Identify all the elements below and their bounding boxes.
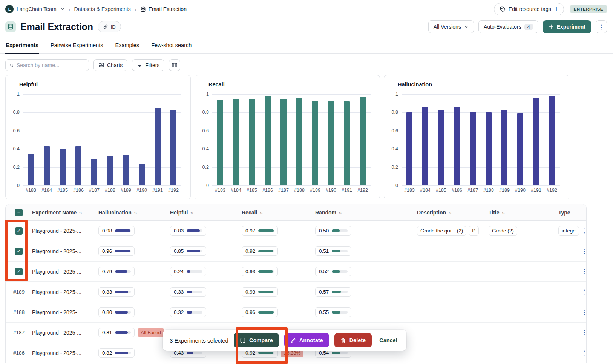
row-menu-button[interactable]: ⋮	[580, 248, 589, 255]
experiment-name[interactable]: Playground - 2025-...	[32, 269, 98, 275]
experiment-name[interactable]: Playground - 2025-...	[32, 330, 98, 336]
bar-192[interactable]	[549, 96, 555, 185]
column-header-title[interactable]: Title↑↓	[489, 210, 558, 216]
tab-pairwise-experiments[interactable]: Pairwise Experiments	[50, 38, 103, 53]
breadcrumb-section[interactable]: Datasets & Experiments	[74, 6, 131, 12]
compare-button[interactable]: Compare	[234, 333, 279, 347]
columns-button[interactable]	[169, 59, 180, 71]
y-axis-tick-label: 1	[395, 92, 398, 97]
table-row[interactable]: ✓Playground - 2025-...0.960.850.920.51⋮	[6, 241, 586, 262]
all-versions-select[interactable]: All Versions	[428, 20, 474, 33]
sort-icon[interactable]: ↑↓	[259, 210, 262, 215]
copy-id-button[interactable]: ID	[98, 21, 121, 32]
row-checkbox-checked[interactable]: ✓	[15, 268, 23, 275]
breadcrumb-team[interactable]: LangChain Team	[17, 6, 57, 12]
bar-184[interactable]	[233, 99, 239, 185]
sort-icon[interactable]: ↑↓	[190, 210, 193, 215]
sort-icon[interactable]: ↑↓	[79, 210, 82, 215]
row-menu-button[interactable]: ⋮	[580, 349, 589, 356]
column-header-experiment-name[interactable]: Experiment Name↑↓	[32, 210, 98, 216]
chevron-down-icon[interactable]	[60, 7, 65, 11]
charts-button[interactable]: Charts	[93, 59, 127, 71]
search-box[interactable]	[5, 59, 89, 71]
bar-185[interactable]	[60, 149, 66, 185]
y-axis-tick-label: 0.8	[392, 110, 398, 115]
row-checkbox-checked[interactable]: ✓	[15, 248, 23, 255]
score-pill: 0.24	[170, 267, 206, 276]
sort-icon[interactable]: ↑↓	[134, 210, 137, 215]
bar-188[interactable]	[107, 156, 113, 185]
score-value: 0.55	[319, 309, 329, 315]
experiment-name[interactable]: Playground - 2025-...	[32, 309, 98, 315]
filters-button[interactable]: Filters	[132, 59, 164, 71]
column-header-hallucination[interactable]: Hallucination↑↓	[98, 210, 170, 216]
tab-examples[interactable]: Examples	[115, 38, 139, 53]
bar-191[interactable]	[533, 98, 539, 185]
new-experiment-button[interactable]: Experiment	[543, 20, 591, 33]
experiment-name[interactable]: Playground - 2025-...	[32, 248, 98, 254]
tab-few-shot-search[interactable]: Few-shot search	[151, 38, 192, 53]
bar-184[interactable]	[44, 146, 50, 185]
y-axis-tick-label: 0.2	[13, 165, 20, 170]
row-checkbox-checked[interactable]: ✓	[15, 227, 23, 235]
sort-icon[interactable]: ↑↓	[502, 210, 505, 215]
auto-evaluators-button[interactable]: Auto-Evaluators 4	[478, 20, 538, 33]
score-bar-fill	[187, 352, 193, 354]
table-row[interactable]: ✓Playground - 2025-...0.790.240.930.52⋮	[6, 262, 586, 282]
bar-189[interactable]	[312, 101, 318, 185]
row-menu-button[interactable]: ⋮	[580, 227, 589, 234]
score-pill: 0.98	[98, 226, 135, 236]
score-bar-fill	[332, 352, 340, 354]
page-menu-button[interactable]: ⋮	[596, 20, 607, 33]
team-avatar[interactable]: L	[5, 5, 14, 13]
bar-185[interactable]	[438, 110, 444, 185]
bar-187[interactable]	[91, 159, 97, 185]
bar-190[interactable]	[517, 113, 523, 185]
cancel-button[interactable]: Cancel	[377, 337, 400, 343]
edit-resource-tags-button[interactable]: Edit resource tags 1	[494, 3, 564, 15]
hallucination-cell: 0.79	[98, 267, 170, 276]
bar-183[interactable]	[28, 154, 34, 185]
bar-187[interactable]	[470, 112, 476, 185]
bar-192[interactable]	[360, 97, 366, 185]
bar-183[interactable]	[217, 100, 223, 185]
bar-188[interactable]	[486, 112, 492, 185]
bar-192[interactable]	[170, 110, 176, 185]
bar-188[interactable]	[296, 98, 302, 185]
bar-186[interactable]	[454, 107, 460, 185]
bar-186[interactable]	[265, 96, 271, 185]
experiment-name[interactable]: Playground - 2025-...	[32, 289, 98, 295]
bar-184[interactable]	[422, 107, 428, 185]
sort-icon[interactable]: ↑↓	[339, 210, 342, 215]
search-input[interactable]	[17, 62, 85, 68]
select-all-checkbox[interactable]: –	[15, 209, 23, 216]
column-header-recall[interactable]: Recall↑↓	[242, 210, 315, 216]
delete-button[interactable]: Delete	[334, 333, 372, 347]
bar-185[interactable]	[249, 99, 255, 185]
row-menu-button[interactable]: ⋮	[580, 288, 589, 295]
annotate-button[interactable]: Annotate	[284, 333, 329, 347]
row-menu-button[interactable]: ⋮	[580, 309, 589, 316]
sort-icon[interactable]: ↑↓	[448, 210, 451, 215]
experiment-name[interactable]: Playground - 2025-...	[32, 350, 98, 356]
table-row[interactable]: #188Playground - 2025-...0.800.320.960.5…	[6, 302, 586, 323]
table-row[interactable]: #189Playground - 2025-...0.830.330.930.5…	[6, 282, 586, 302]
bar-186[interactable]	[75, 146, 81, 185]
bar-183[interactable]	[406, 112, 412, 185]
bar-190[interactable]	[328, 101, 334, 185]
column-header-random[interactable]: Random↑↓	[315, 210, 417, 216]
bar-191[interactable]	[155, 108, 161, 185]
bar-189[interactable]	[123, 155, 129, 185]
bar-189[interactable]	[501, 110, 507, 185]
tab-experiments[interactable]: Experiments	[5, 38, 39, 54]
bar-187[interactable]	[280, 99, 287, 185]
row-menu-button[interactable]: ⋮	[580, 329, 589, 336]
bar-191[interactable]	[344, 101, 350, 185]
bar-190[interactable]	[139, 164, 145, 185]
row-menu-button[interactable]: ⋮	[580, 268, 589, 275]
column-header-description[interactable]: Description↑↓	[417, 210, 489, 216]
table-header-row: – Experiment Name↑↓ Hallucination↑↓ Help…	[6, 204, 586, 221]
table-row[interactable]: ✓Playground - 2025-...0.980.830.970.50Gr…	[6, 221, 586, 241]
experiment-name[interactable]: Playground - 2025-...	[32, 228, 98, 234]
column-header-helpful[interactable]: Helpful↑↓	[170, 210, 242, 216]
